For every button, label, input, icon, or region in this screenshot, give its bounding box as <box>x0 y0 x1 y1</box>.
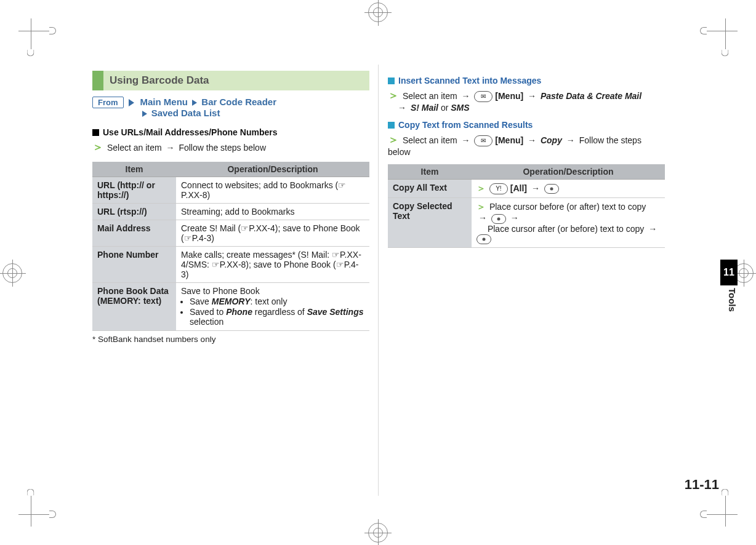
desc-em: Phone <box>226 307 252 317</box>
key-label: [All] <box>510 183 527 193</box>
copy-steps: ＞ Select an item → ✉ [Menu] → Copy → Fol… <box>388 132 665 157</box>
center-key-icon <box>544 184 559 194</box>
nav-1: Main Menu <box>140 97 188 107</box>
key-label: [Menu] <box>495 91 523 101</box>
from-badge: From <box>92 97 124 108</box>
chapter-tab-label: Tools <box>720 288 738 312</box>
center-key-icon <box>477 234 491 244</box>
subheading-text: Insert Scanned Text into Messages <box>398 76 541 86</box>
step-part: Follow the steps below <box>179 143 266 153</box>
row-desc: ＞ Place cursor before (or after) text to… <box>472 198 665 248</box>
th-desc: Operation/Description <box>176 162 369 177</box>
row-item: Mail Address <box>92 220 176 247</box>
step-part: Select an item <box>403 91 457 101</box>
row-desc: Make calls; create messages* (S! Mail: ☞… <box>176 247 369 283</box>
triangle-icon <box>192 100 197 106</box>
step-text: or <box>441 103 451 113</box>
row-desc: Save to Phone Book Save MEMORY: text onl… <box>176 283 369 331</box>
center-key-icon <box>491 214 506 224</box>
row-item: Phone Number <box>92 247 176 283</box>
section-heading: Using Barcode Data <box>92 71 369 90</box>
chapter-tab: 11 <box>720 260 738 285</box>
insert-steps: ＞ Select an item → ✉ [Menu] → Paste Data… <box>388 88 665 113</box>
footnote: * SoftBank handset numbers only <box>92 335 369 344</box>
desc-bullet: Saved to Phone regardless of Save Settin… <box>190 307 364 327</box>
desc-text: Saved to <box>190 307 226 317</box>
th-item: Item <box>388 164 472 180</box>
row-desc: Connect to websites; add to Bookmarks (☞… <box>176 177 369 204</box>
row-item: URL (http:// or https://) <box>92 177 176 204</box>
row-item: Copy Selected Text <box>388 198 472 248</box>
square-bullet-icon <box>388 78 395 84</box>
column-divider <box>378 65 379 496</box>
row-desc: ＞ Y! [All] → <box>472 180 665 198</box>
mail-key-icon: ✉ <box>474 91 493 102</box>
crop-row-bottom <box>0 502 756 527</box>
section-title: Using Barcode Data <box>103 71 369 90</box>
operations-table-right: Item Operation/Description Copy All Text… <box>388 164 665 248</box>
page-number: 11-11 <box>685 477 719 493</box>
th-desc: Operation/Description <box>472 164 665 180</box>
th-item: Item <box>92 162 176 177</box>
nav-3: Saved Data List <box>151 108 220 118</box>
crop-col-left <box>18 0 43 545</box>
desc-text: Place cursor before (or after) text to c… <box>489 202 646 212</box>
mail-key-icon: ✉ <box>474 135 493 146</box>
row-desc: Create S! Mail (☞P.XX-4); save to Phone … <box>176 220 369 247</box>
desc-text: : text only <box>251 296 288 306</box>
triangle-icon <box>129 99 134 106</box>
triangle-icon <box>142 111 147 117</box>
subheading-urls: Use URLs/Mail Addresses/Phone Numbers <box>92 127 369 137</box>
subheading-text: Copy Text from Scanned Results <box>398 120 533 130</box>
desc-text: Place cursor after (or before) text to c… <box>488 224 644 234</box>
desc-em: MEMORY <box>212 296 251 306</box>
desc-em: Save Settings <box>307 307 364 317</box>
desc-text: selection <box>190 317 223 327</box>
step-em: SMS <box>451 103 469 113</box>
y-key-icon: Y! <box>489 183 508 194</box>
row-desc: Streaming; add to Bookmarks <box>176 204 369 220</box>
footnote-text: SoftBank handset numbers only <box>95 335 215 344</box>
row-item: Phone Book Data (MEMORY: text) <box>92 283 176 331</box>
nav-2: Bar Code Reader <box>201 97 276 107</box>
step-em: Paste Data & Create Mail <box>541 91 641 101</box>
square-bullet-icon <box>388 122 395 129</box>
step-line: ＞ Select an item → Follow the steps belo… <box>92 140 369 154</box>
nav-path: Main Menu Bar Code Reader Saved Data Lis… <box>140 97 277 119</box>
subheading-text: Use URLs/Mail Addresses/Phone Numbers <box>103 127 277 137</box>
desc-text: regardless of <box>252 307 307 317</box>
crop-row-top <box>0 18 756 43</box>
row-item: Copy All Text <box>388 180 472 198</box>
subheading-insert: Insert Scanned Text into Messages <box>388 76 665 86</box>
step-em: S! Mail <box>411 103 438 113</box>
square-bullet-icon <box>92 129 99 136</box>
step-em: Copy <box>541 135 562 145</box>
key-label: [Menu] <box>495 135 523 145</box>
desc-text: Save <box>190 296 212 306</box>
row-item: URL (rtsp://) <box>92 204 176 220</box>
desc-text: Save to Phone Book <box>181 286 260 296</box>
desc-bullet: Save MEMORY: text only <box>190 296 364 306</box>
subheading-copy: Copy Text from Scanned Results <box>388 120 665 130</box>
operations-table-left: Item Operation/Description URL (http:// … <box>92 162 369 331</box>
step-part: Select an item <box>107 143 162 153</box>
step-part: Select an item <box>403 135 457 145</box>
